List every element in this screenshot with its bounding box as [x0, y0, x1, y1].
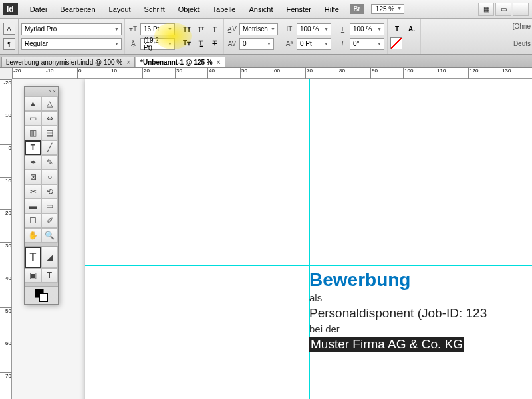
page-tool-icon[interactable]: ▭ — [25, 111, 41, 126]
formatting-container-icon[interactable]: ▣ — [25, 268, 41, 283]
hand-tool-icon[interactable]: ✋ — [25, 228, 41, 243]
bridge-button[interactable]: Br — [350, 4, 364, 14]
skew-field[interactable]: 0° — [350, 38, 384, 50]
char-style-button[interactable]: A. — [406, 24, 418, 35]
firm-text-selected: Muster Firma AG & Co. KG — [309, 337, 464, 352]
pencil-tool-icon[interactable]: ✎ — [41, 155, 58, 170]
kerning-icon: A̲V — [227, 24, 237, 35]
char-style-label: [Ohne — [513, 23, 531, 30]
menubar: Id Datei Bearbeiten Layout Schrift Objek… — [0, 0, 532, 19]
leading-icon: Ậ — [128, 39, 138, 49]
menu-datei[interactable]: Datei — [23, 5, 54, 13]
close-icon[interactable]: × — [126, 59, 130, 66]
menu-fenster[interactable]: Fenster — [280, 5, 318, 13]
strikethrough-button[interactable]: T̶ — [209, 38, 221, 49]
transform-tool-icon[interactable]: ⟲ — [41, 184, 58, 199]
hscale-icon: T̲ — [337, 24, 348, 35]
gradient-tool-icon[interactable]: ▬ — [25, 199, 41, 213]
menu-bearbeiten[interactable]: Bearbeiten — [53, 5, 102, 13]
gap-tool-icon[interactable]: ⇔ — [41, 111, 58, 126]
line-tool-icon[interactable]: ╱ — [41, 140, 58, 155]
guide-horizontal[interactable] — [85, 265, 532, 266]
direct-selection-tool-icon[interactable]: △ — [41, 96, 58, 111]
baseline-field[interactable]: 0 Pt — [297, 38, 331, 50]
menu-tabelle[interactable]: Tabelle — [206, 5, 243, 13]
type-tool-icon[interactable]: T — [25, 140, 41, 155]
menu-ansicht[interactable]: Ansicht — [242, 5, 279, 13]
pen-tool-icon[interactable]: ✒ — [25, 155, 41, 170]
para-mode-icon[interactable]: ¶ — [3, 38, 15, 50]
fill-stroke-icon[interactable]: T — [25, 247, 41, 268]
view-mode-button[interactable]: ▦ — [478, 3, 494, 16]
body-text: als — [309, 292, 487, 303]
app-logo-icon: Id — [3, 3, 18, 15]
char-mode-icon[interactable]: A — [3, 23, 15, 35]
selection-tool-icon[interactable]: ▲ — [25, 96, 41, 111]
tab-doc-1[interactable]: bewerbung-anonymisiert.indd @ 100 %× — [1, 57, 135, 67]
menu-layout[interactable]: Layout — [102, 5, 138, 13]
formatting-text-icon[interactable]: T — [41, 268, 58, 283]
no-stroke-icon[interactable] — [390, 37, 402, 49]
ruler-horizontal[interactable]: -20-100102030405060708090100110120130 — [12, 68, 532, 79]
control-bar: A ¶ Myriad Pro Regular ᴛT16 Pt Ậ(19,2 Pt… — [0, 19, 532, 55]
kerning-field[interactable]: Metrisch — [239, 23, 278, 35]
smallcaps-button[interactable]: Tᵀ — [195, 25, 207, 35]
swap-fill-stroke-icon[interactable]: ◪ — [41, 247, 58, 268]
language-label: Deuts — [513, 40, 531, 47]
scissors-tool-icon[interactable]: ✂ — [25, 184, 41, 199]
document-tabstrip: bewerbung-anonymisiert.indd @ 100 %× *Un… — [0, 55, 532, 68]
skew-icon: T — [337, 39, 348, 49]
vscale-icon: IT — [284, 24, 295, 35]
close-icon[interactable]: × — [217, 59, 221, 66]
tracking-field[interactable]: 0 — [239, 38, 274, 50]
eyedropper-tool-icon[interactable]: ✐ — [41, 213, 58, 228]
allcaps-button[interactable]: TT — [181, 25, 193, 35]
note-tool-icon[interactable]: ☐ — [25, 213, 41, 228]
tools-panel[interactable]: « × ▲ △ ▭ ⇔ ▥ ▤ T ╱ ✒ ✎ ⊠ ○ ✂ ⟲ ▬ ▭ ☐ ✐ … — [24, 86, 59, 305]
underline-button[interactable]: T̲ — [195, 38, 207, 49]
content-placer-icon[interactable]: ▤ — [41, 126, 58, 140]
menu-objekt[interactable]: Objekt — [172, 5, 206, 13]
menu-hilfe[interactable]: Hilfe — [318, 5, 346, 13]
panel-header[interactable]: « × — [25, 87, 58, 96]
ellipse-tool-icon[interactable]: ○ — [41, 170, 58, 184]
gradient-feather-icon[interactable]: ▭ — [41, 199, 58, 213]
color-swatch-icon[interactable] — [35, 289, 48, 302]
guide-margin[interactable] — [128, 79, 128, 399]
content-collector-icon[interactable]: ▥ — [25, 126, 41, 140]
baseline-icon: Aª — [284, 39, 295, 49]
rectangle-frame-icon[interactable]: ⊠ — [25, 170, 41, 184]
screen-mode-button[interactable]: ▭ — [495, 3, 511, 16]
zoom-tool-icon[interactable]: 🔍 — [41, 228, 58, 243]
subscript-button[interactable]: Tᴛ — [181, 38, 193, 49]
arrange-button[interactable]: ☰ — [513, 3, 529, 16]
tab-doc-2[interactable]: *Unbenannt-1 @ 125 %× — [136, 57, 225, 67]
fill-swatch-icon[interactable]: T — [390, 24, 404, 35]
font-style-combo[interactable]: Regular — [21, 38, 122, 50]
font-family-combo[interactable]: Myriad Pro — [21, 23, 122, 35]
superscript-button[interactable]: T — [209, 25, 221, 35]
tracking-icon: AV — [227, 39, 237, 49]
leading-field[interactable]: (19,2 Pt) — [140, 38, 175, 50]
zoom-combo[interactable]: 125 % — [371, 4, 404, 14]
hscale-field[interactable]: 100 % — [350, 23, 384, 35]
font-size-icon: ᴛT — [128, 24, 138, 35]
job-text: Personaldisponent (Job-ID: 123 — [309, 306, 487, 321]
font-size-field[interactable]: 16 Pt — [140, 23, 175, 35]
ruler-vertical[interactable]: -20-100102030405060708090 — [0, 79, 12, 399]
canvas[interactable]: Bewerbung als Personaldisponent (Job-ID:… — [12, 79, 532, 399]
heading-text: Bewerbung — [309, 269, 487, 291]
body-text: bei der — [309, 323, 487, 334]
menu-schrift[interactable]: Schrift — [138, 5, 172, 13]
text-frame[interactable]: Bewerbung als Personaldisponent (Job-ID:… — [309, 269, 487, 352]
vscale-field[interactable]: 100 % — [297, 23, 331, 35]
